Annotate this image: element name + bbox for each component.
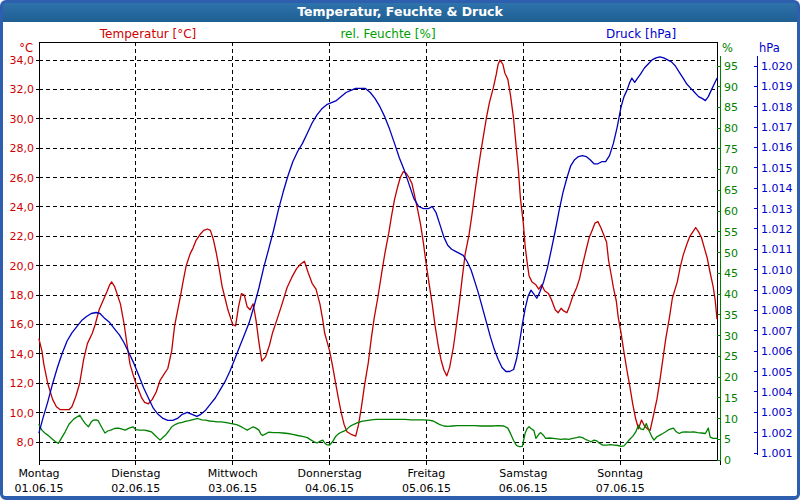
- pressure-tick-label: 1.019: [761, 80, 793, 93]
- x-label-day[interactable]: Donnerstag: [297, 467, 361, 480]
- x-label-day[interactable]: Freitag: [408, 467, 446, 480]
- humidity-tick-label: 95: [724, 60, 738, 73]
- x-label-date[interactable]: 07.06.15: [596, 482, 645, 495]
- chart-plot: 34,032,030,028,026,024,022,020,018,016,0…: [0, 0, 800, 500]
- temp-tick-label: 18,0: [10, 289, 35, 302]
- x-label-date[interactable]: 06.06.15: [499, 482, 548, 495]
- humidity-tick-label: 5: [724, 433, 731, 446]
- temp-tick-label: 28,0: [10, 142, 35, 155]
- x-label-day[interactable]: Sonntag: [597, 467, 643, 480]
- humidity-tick-label: 35: [724, 309, 738, 322]
- humidity-tick-label: 15: [724, 392, 738, 405]
- humidity-tick-label: 25: [724, 350, 738, 363]
- x-label-day[interactable]: Mittwoch: [208, 467, 258, 480]
- humidity-tick-label: 20: [724, 371, 738, 384]
- pressure-tick-label: 1.014: [761, 182, 793, 195]
- humidity-tick-label: 75: [724, 143, 738, 156]
- pressure-tick-label: 1.003: [761, 406, 793, 419]
- pressure-tick-label: 1.008: [761, 304, 793, 317]
- pressure-tick-label: 1.015: [761, 162, 793, 175]
- window-title: Temperatur, Feuchte & Druck: [297, 4, 503, 19]
- title-bar[interactable]: Temperatur, Feuchte & Druck: [3, 2, 797, 22]
- humidity-axis-unit: %: [722, 41, 733, 55]
- pressure-tick-label: 1.011: [761, 243, 793, 256]
- x-label-date[interactable]: 05.06.15: [402, 482, 451, 495]
- humidity-tick-label: 50: [724, 247, 738, 260]
- temp-tick-label: 16,0: [10, 318, 35, 331]
- temp-tick-label: 14,0: [10, 348, 35, 361]
- legend-temperature-label: Temperatur [°C]: [100, 27, 196, 41]
- x-label-date[interactable]: 04.06.15: [305, 482, 354, 495]
- humidity-tick-label: 0: [724, 454, 731, 467]
- x-label-date[interactable]: 01.06.15: [15, 482, 64, 495]
- humidity-tick-label: 60: [724, 205, 738, 218]
- humidity-tick-label: 45: [724, 267, 738, 280]
- temp-tick-label: 10,0: [10, 407, 35, 420]
- x-label-day[interactable]: Samstag: [499, 467, 547, 480]
- temp-axis-unit: °C: [0, 41, 33, 55]
- x-label-day[interactable]: Dienstag: [111, 467, 160, 480]
- pressure-tick-label: 1.001: [761, 447, 793, 460]
- pressure-tick-label: 1.018: [761, 101, 793, 114]
- legend-humidity-label: rel. Feuchte [%]: [340, 27, 435, 41]
- pressure-tick-label: 1.016: [761, 141, 793, 154]
- pressure-axis-unit: hPa: [759, 41, 780, 55]
- humidity-tick-label: 30: [724, 330, 738, 343]
- pressure-tick-label: 1.006: [761, 345, 793, 358]
- legend-pressure-label: Druck [hPa]: [606, 27, 676, 41]
- pressure-tick-label: 1.004: [761, 386, 793, 399]
- x-label-date[interactable]: 03.06.15: [208, 482, 257, 495]
- humidity-tick-label: 70: [724, 164, 738, 177]
- temp-tick-label: 12,0: [10, 377, 35, 390]
- humidity-tick-label: 85: [724, 101, 738, 114]
- pressure-tick-label: 1.012: [761, 223, 793, 236]
- temp-tick-label: 24,0: [10, 201, 35, 214]
- temp-tick-label: 8,0: [17, 436, 35, 449]
- temp-tick-label: 30,0: [10, 113, 35, 126]
- humidity-tick-label: 40: [724, 288, 738, 301]
- temp-tick-label: 34,0: [10, 54, 35, 67]
- pressure-tick-label: 1.017: [761, 121, 793, 134]
- temp-tick-label: 32,0: [10, 83, 35, 96]
- pressure-tick-label: 1.009: [761, 284, 793, 297]
- temp-tick-label: 22,0: [10, 230, 35, 243]
- pressure-tick-label: 1.005: [761, 366, 793, 379]
- pressure-tick-label: 1.002: [761, 427, 793, 440]
- x-label-day[interactable]: Montag: [18, 467, 59, 480]
- humidity-tick-label: 55: [724, 226, 738, 239]
- x-label-date[interactable]: 02.06.15: [111, 482, 160, 495]
- pressure-tick-label: 1.007: [761, 325, 793, 338]
- humidity-tick-label: 10: [724, 413, 738, 426]
- series-pressure[interactable]: [39, 57, 717, 433]
- temp-tick-label: 20,0: [10, 260, 35, 273]
- pressure-tick-label: 1.010: [761, 264, 793, 277]
- pressure-tick-label: 1.013: [761, 203, 793, 216]
- humidity-tick-label: 80: [724, 122, 738, 135]
- temp-tick-label: 26,0: [10, 172, 35, 185]
- humidity-tick-label: 90: [724, 81, 738, 94]
- pressure-tick-label: 1.020: [761, 60, 793, 73]
- humidity-tick-label: 65: [724, 184, 738, 197]
